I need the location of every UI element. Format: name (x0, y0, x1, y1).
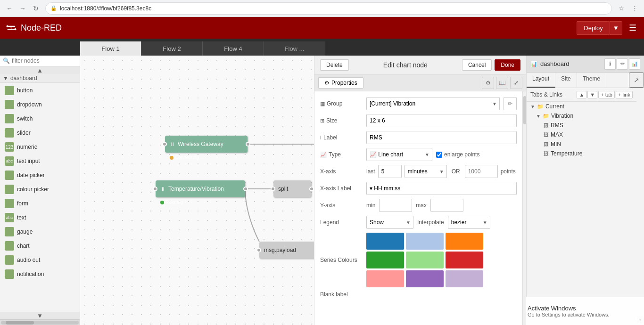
group-select[interactable]: [Current] Vibration (366, 97, 500, 110)
size-input[interactable] (366, 114, 517, 127)
colour-swatch-4[interactable] (406, 252, 444, 268)
tab-layout[interactable]: Layout (527, 73, 555, 88)
more-button[interactable]: ⋮ (629, 3, 640, 14)
node-chart-icon (5, 241, 14, 251)
tree-label-rms: RMS (551, 122, 563, 129)
label-input[interactable] (366, 131, 517, 144)
flow-tab-2[interactable]: Flow 2 (141, 41, 203, 56)
yaxis-max-input[interactable] (430, 199, 463, 212)
category-caret: ▼ (3, 75, 8, 81)
wireless-gateway-label: Wireless Gateway (178, 141, 223, 147)
chart-btn[interactable]: 📊 (629, 58, 640, 70)
node-switch[interactable]: switch (2, 112, 78, 125)
flow-tab-1[interactable]: Flow 1 (80, 41, 141, 56)
type-row: 📈 Type 📈 Line chart ▼ (320, 148, 517, 161)
external-link-btn[interactable]: ↗ (629, 73, 644, 88)
node-date-picker[interactable]: date picker (2, 169, 78, 182)
svg-rect-2 (8, 29, 16, 30)
node-form-label: form (17, 200, 28, 207)
tree-min[interactable]: 🖼 MIN (527, 139, 636, 149)
panel-scrollbar[interactable] (522, 91, 526, 325)
sidebar-scroll-down[interactable]: ▼ (0, 312, 80, 319)
node-dropdown[interactable]: dropdown (2, 98, 78, 111)
cancel-button[interactable]: Cancel (462, 59, 492, 71)
bookmark-button[interactable]: ☆ (616, 3, 627, 14)
node-gauge[interactable]: gauge (2, 225, 78, 238)
tree-label-temperature: Temperature (551, 150, 582, 157)
xaxis-pts-input[interactable] (465, 165, 498, 178)
tree-rms[interactable]: 🖼 RMS (527, 121, 636, 130)
node-notification[interactable]: notification (2, 268, 78, 281)
node-msg-payload[interactable]: msg.payload (259, 242, 321, 259)
group-select-wrapper: [Current] Vibration ▼ (366, 97, 500, 110)
colour-swatch-1[interactable] (406, 233, 444, 250)
node-form[interactable]: form (2, 197, 78, 210)
interpolate-select[interactable]: bezier (448, 216, 490, 229)
colour-swatch-2[interactable] (446, 233, 483, 250)
node-form-icon (5, 199, 14, 208)
delete-button[interactable]: Delete (320, 59, 349, 71)
add-link-btn[interactable]: + link (616, 91, 633, 98)
filter-nodes-input[interactable] (12, 57, 80, 64)
properties-tab[interactable]: ⚙ Properties (318, 77, 363, 89)
sidebar-horizontal-scrollbar[interactable] (0, 319, 80, 325)
enlarge-points-checkbox[interactable] (436, 152, 442, 158)
colour-swatch-0[interactable] (366, 233, 404, 250)
forward-button[interactable]: → (17, 3, 28, 14)
node-numeric[interactable]: 123 numeric (2, 140, 78, 154)
address-bar[interactable]: 🔒 localhost:1880/#flow/bf269f85.3ec8c (45, 2, 612, 15)
add-tab-btn[interactable]: + tab (598, 91, 615, 98)
tree-temperature[interactable]: 🖼 Temperature (527, 149, 636, 158)
edit-btn[interactable]: ✏ (617, 58, 628, 70)
colour-swatch-8[interactable] (446, 270, 483, 287)
colour-swatch-7[interactable] (406, 270, 444, 287)
legend-select[interactable]: Show (366, 216, 413, 229)
tree-current[interactable]: ▼ 📁 Current (527, 102, 636, 111)
node-colour-picker[interactable]: colour picker (2, 183, 78, 196)
xaxis-unit-select[interactable]: minutes (405, 165, 447, 178)
back-button[interactable]: ← (4, 3, 15, 14)
browser-actions: ☆ ⋮ (616, 3, 640, 14)
yaxis-min-input[interactable] (379, 199, 412, 212)
nodes-list: ▼ dashboard button dropdown switch (0, 74, 80, 312)
xaxis-num-input[interactable] (378, 165, 402, 178)
svg-point-5 (14, 28, 16, 30)
deploy-button[interactable]: Deploy (577, 21, 610, 35)
down-btn[interactable]: ▼ (587, 91, 597, 98)
tab-site[interactable]: Site (555, 73, 577, 88)
header-menu-button[interactable]: ☰ (626, 21, 639, 35)
toolbar-settings-btn[interactable]: ⚙ (482, 77, 494, 89)
tab-theme[interactable]: Theme (577, 73, 606, 88)
done-button[interactable]: Done (495, 59, 520, 71)
deploy-caret-button[interactable]: ▼ (610, 21, 622, 35)
node-split[interactable]: split (273, 180, 311, 197)
refresh-button[interactable]: ↻ (30, 3, 41, 14)
node-wireless-gateway[interactable]: ⏸ Wireless Gateway Connecting... (165, 136, 248, 153)
node-text-input[interactable]: abc text input (2, 154, 78, 168)
colour-swatch-3[interactable] (366, 252, 404, 268)
up-btn[interactable]: ▲ (577, 91, 586, 98)
flow-tab-4[interactable]: Flow 4 (203, 41, 264, 56)
colour-swatch-6[interactable] (366, 270, 404, 287)
colour-swatch-5[interactable] (446, 252, 483, 268)
category-label: dashboard (10, 75, 37, 81)
toolbar-expand-btn[interactable]: ⤢ (510, 77, 522, 89)
tree-vibration[interactable]: ▼ 📁 Vibration (527, 111, 636, 121)
toolbar-book-btn[interactable]: 📖 (496, 77, 508, 89)
group-edit-button[interactable]: ✏ (504, 97, 517, 110)
flow-tab-more[interactable]: Flow ... (264, 41, 325, 56)
xaxis-label-input[interactable] (366, 182, 517, 195)
node-audio-out[interactable]: audio out (2, 253, 78, 267)
type-select[interactable]: 📈 Line chart (366, 148, 432, 161)
node-text[interactable]: abc text (2, 211, 78, 224)
sidebar-scroll-up[interactable]: ▲ (0, 66, 80, 74)
node-button[interactable]: button (2, 84, 78, 97)
tree-max[interactable]: 🖼 MAX (527, 130, 636, 139)
node-slider[interactable]: slider (2, 126, 78, 139)
sidebar-left: 🔍 ▲ ▼ dashboard button dropdown (0, 56, 80, 325)
node-chart[interactable]: chart (2, 239, 78, 252)
node-temp-vibration[interactable]: ⏸ Temperature/Vibration Running (156, 180, 245, 197)
node-slider-icon (5, 128, 14, 138)
info-btn[interactable]: ℹ (604, 58, 616, 70)
dashboard-category-header[interactable]: ▼ dashboard (0, 74, 80, 83)
